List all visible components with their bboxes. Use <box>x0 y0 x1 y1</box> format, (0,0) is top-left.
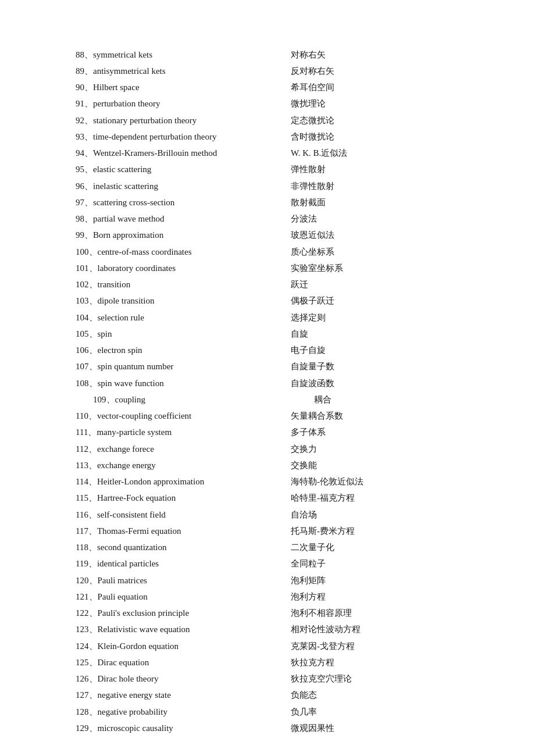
term-cell: 118、second quantization <box>76 540 291 556</box>
term-cell: 115、Hartree-Fock equation <box>76 490 291 507</box>
list-item: 112、exchange forece交换力 <box>76 441 477 457</box>
list-item: 102、transition跃迁 <box>76 277 477 293</box>
list-item: 128、negative probability负几率 <box>76 704 477 720</box>
list-item: 119、identical particles全同粒子 <box>76 556 477 572</box>
chinese-cell: 微观因果性 <box>291 720 477 736</box>
list-item: 96、inelastic scattering非弹性散射 <box>76 178 477 194</box>
chinese-cell: 非弹性散射 <box>291 178 477 194</box>
term-cell: 121、Pauli equation <box>76 589 291 605</box>
list-item: 109、coupling耦合 <box>76 391 477 408</box>
term-cell: 117、Thomas-Fermi equation <box>76 523 291 539</box>
term-cell: 89、antisymmetrical kets <box>76 63 291 79</box>
term-cell: 90、Hilbert space <box>76 80 291 96</box>
term-cell: 104、selection rule <box>76 309 291 326</box>
list-item: 117、Thomas-Fermi equation托马斯-费米方程 <box>76 523 477 539</box>
list-item: 92、stationary perturbation theory定态微扰论 <box>76 112 477 129</box>
list-item: 126、Dirac hole theory狄拉克空穴理论 <box>76 671 477 687</box>
chinese-cell: 二次量子化 <box>291 540 477 556</box>
chinese-cell: 相对论性波动方程 <box>291 622 477 638</box>
chinese-cell: 泡利不相容原理 <box>291 605 477 622</box>
list-item: 99、Born approximation玻恩近似法 <box>76 227 477 244</box>
chinese-cell: 质心坐标系 <box>291 244 477 260</box>
chinese-cell: 负能态 <box>291 687 477 704</box>
list-item: 97、scattering cross-section散射截面 <box>76 194 477 211</box>
list-item: 89、antisymmetrical kets反对称右矢 <box>76 63 477 79</box>
term-cell: 122、Pauli's exclusion principle <box>76 605 291 622</box>
list-item: 123、Relativistic wave equation相对论性波动方程 <box>76 622 477 638</box>
list-item: 118、second quantization二次量子化 <box>76 540 477 556</box>
list-item: 110、vector-coupling coefficient矢量耦合系数 <box>76 408 477 425</box>
list-item: 114、Heitler-London approximation海特勒-伦敦近似… <box>76 474 477 490</box>
chinese-cell: 哈特里-福克方程 <box>291 490 477 507</box>
term-cell: 92、stationary perturbation theory <box>76 112 291 129</box>
term-cell: 107、spin quantum number <box>76 359 291 375</box>
chinese-cell: 自洽场 <box>291 507 477 523</box>
chinese-cell: 自旋 <box>291 326 477 342</box>
list-item: 116、self-consistent field自洽场 <box>76 507 477 523</box>
term-cell: 98、partial wave method <box>76 211 291 227</box>
list-item: 113、exchange energy交换能 <box>76 457 477 473</box>
list-item: 98、partial wave method分波法 <box>76 211 477 227</box>
list-item: 124、Klein-Gordon equation克莱因-戈登方程 <box>76 638 477 654</box>
term-cell: 88、symmetrical kets <box>76 47 291 63</box>
chinese-cell: 定态微扰论 <box>291 112 477 129</box>
list-item: 105、spin自旋 <box>76 326 477 342</box>
list-item: 129、microscopic causality微观因果性 <box>76 720 477 736</box>
chinese-cell: 自旋量子数 <box>291 359 477 375</box>
term-cell: 129、microscopic causality <box>76 720 291 736</box>
term-cell: 126、Dirac hole theory <box>76 671 291 687</box>
chinese-cell: 负几率 <box>291 704 477 720</box>
term-cell: 114、Heitler-London approximation <box>76 474 291 490</box>
list-item: 90、Hilbert space希耳伯空间 <box>76 80 477 96</box>
chinese-cell: 矢量耦合系数 <box>291 408 477 425</box>
list-item: 125、Dirac equation狄拉克方程 <box>76 654 477 671</box>
term-cell: 103、dipole transition <box>76 293 291 309</box>
term-cell: 112、exchange forece <box>76 441 291 457</box>
list-item: 91、perturbation theory微扰理论 <box>76 96 477 112</box>
list-item: 104、selection rule选择定则 <box>76 309 477 326</box>
term-cell: 101、laboratory coordinates <box>76 260 291 276</box>
term-cell: 108、spin wave function <box>76 375 291 391</box>
chinese-cell: 泡利方程 <box>291 589 477 605</box>
list-item: 95、elastic scattering弹性散射 <box>76 162 477 178</box>
chinese-cell: 狄拉克空穴理论 <box>291 671 477 687</box>
term-cell: 105、spin <box>76 326 291 342</box>
term-cell: 110、vector-coupling coefficient <box>76 408 291 425</box>
term-cell: 95、elastic scattering <box>76 162 291 178</box>
term-cell: 123、Relativistic wave equation <box>76 622 291 638</box>
chinese-cell: 散射截面 <box>291 194 477 211</box>
chinese-cell: 含时微扰论 <box>291 129 477 145</box>
chinese-cell: 全同粒子 <box>291 556 477 572</box>
term-cell: 119、identical particles <box>76 556 291 572</box>
list-item: 121、Pauli equation泡利方程 <box>76 589 477 605</box>
list-item: 127、negative energy state负能态 <box>76 687 477 704</box>
term-cell: 100、centre-of-mass coordinates <box>76 244 291 260</box>
term-cell: 102、transition <box>76 277 291 293</box>
chinese-cell: 实验室坐标系 <box>291 260 477 276</box>
list-item: 115、Hartree-Fock equation哈特里-福克方程 <box>76 490 477 507</box>
term-cell: 97、scattering cross-section <box>76 194 291 211</box>
chinese-cell: 克莱因-戈登方程 <box>291 638 477 654</box>
glossary-table: 88、symmetrical kets对称右矢89、antisymmetrica… <box>76 47 477 737</box>
term-cell: 94、Wentzel-Kramers-Brillouin method <box>76 145 291 162</box>
list-item: 120、Pauli matrices泡利矩阵 <box>76 572 477 589</box>
term-cell: 128、negative probability <box>76 704 291 720</box>
chinese-cell: 耦合 <box>291 391 477 408</box>
term-cell: 111、many-particle system <box>76 425 291 441</box>
list-item: 107、spin quantum number自旋量子数 <box>76 359 477 375</box>
chinese-cell: 托马斯-费米方程 <box>291 523 477 539</box>
list-item: 93、time-dependent perturbation theory含时微… <box>76 129 477 145</box>
chinese-cell: 电子自旋 <box>291 343 477 359</box>
chinese-cell: 海特勒-伦敦近似法 <box>291 474 477 490</box>
term-cell: 124、Klein-Gordon equation <box>76 638 291 654</box>
chinese-cell: 玻恩近似法 <box>291 227 477 244</box>
term-cell: 125、Dirac equation <box>76 654 291 671</box>
term-cell: 99、Born approximation <box>76 227 291 244</box>
term-cell: 113、exchange energy <box>76 457 291 473</box>
list-item: 94、Wentzel-Kramers-Brillouin methodW. K.… <box>76 145 477 162</box>
chinese-cell: 狄拉克方程 <box>291 654 477 671</box>
term-cell: 109、coupling <box>76 391 291 408</box>
chinese-cell: 选择定则 <box>291 309 477 326</box>
chinese-cell: 偶极子跃迁 <box>291 293 477 309</box>
chinese-cell: 多子体系 <box>291 425 477 441</box>
